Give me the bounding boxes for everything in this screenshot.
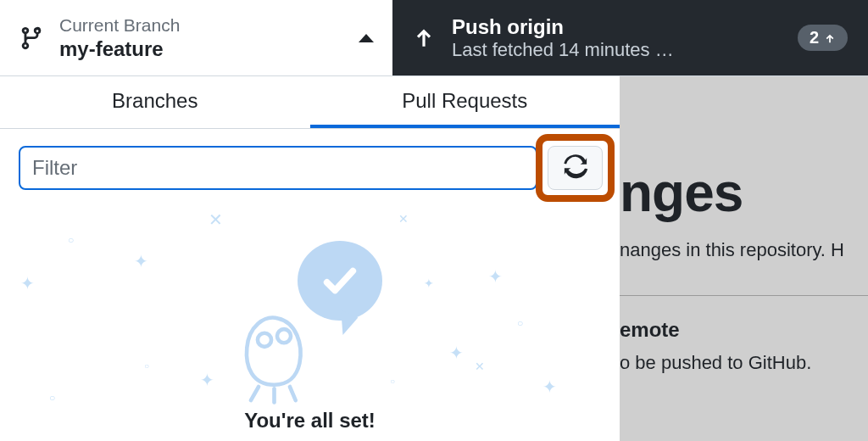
tabs: Branches Pull Requests <box>0 76 620 129</box>
bg-heading-fragment: nges <box>620 161 868 224</box>
bg-section-title-fragment: emote <box>620 318 868 342</box>
robot-illustration <box>234 309 314 410</box>
tab-pull-requests[interactable]: Pull Requests <box>310 76 620 128</box>
svg-point-0 <box>257 333 270 347</box>
bg-section-body-fragment: o be pushed to GitHub. <box>620 352 868 374</box>
git-branch-icon <box>19 25 44 51</box>
chevron-up-icon <box>359 34 374 42</box>
push-text: Push origin Last fetched 14 minutes … <box>452 15 781 61</box>
branch-name: my-feature <box>59 37 343 61</box>
push-up-arrow-icon <box>413 27 435 49</box>
filter-row <box>0 129 620 207</box>
svg-line-2 <box>250 387 258 400</box>
branch-text: Current Branch my-feature <box>59 15 343 61</box>
empty-state-heading: You're all set! <box>0 409 620 433</box>
bg-sub-fragment: nanges in this repository. H <box>620 239 868 261</box>
branch-dropdown-panel: Branches Pull Requests ✦ ○ ○ ✦ ✕ ○ ✦ ✕ ✦… <box>0 76 620 441</box>
illustration <box>225 241 395 394</box>
refresh-button[interactable] <box>548 146 603 190</box>
current-branch-selector[interactable]: Current Branch my-feature <box>0 0 392 75</box>
arrow-up-icon <box>824 32 836 44</box>
filter-input[interactable] <box>19 146 537 190</box>
tab-branches[interactable]: Branches <box>0 76 310 128</box>
svg-point-1 <box>276 329 290 343</box>
empty-state: ✦ ○ ○ ✦ ✕ ○ ✦ ✕ ✦ ✦ ✦ ✕ ○ ✦ ○ <box>0 207 620 441</box>
push-origin-button[interactable]: Push origin Last fetched 14 minutes … 2 <box>392 0 868 75</box>
sync-icon <box>563 154 588 182</box>
svg-line-4 <box>289 387 295 400</box>
push-subtitle: Last fetched 14 minutes … <box>452 39 698 61</box>
push-title: Push origin <box>452 15 781 39</box>
background-content: nges nanges in this repository. H emote … <box>620 76 868 441</box>
push-count-badge: 2 <box>798 25 848 51</box>
push-count: 2 <box>810 28 819 47</box>
branch-label: Current Branch <box>59 15 343 36</box>
top-toolbar: Current Branch my-feature Push origin La… <box>0 0 868 76</box>
